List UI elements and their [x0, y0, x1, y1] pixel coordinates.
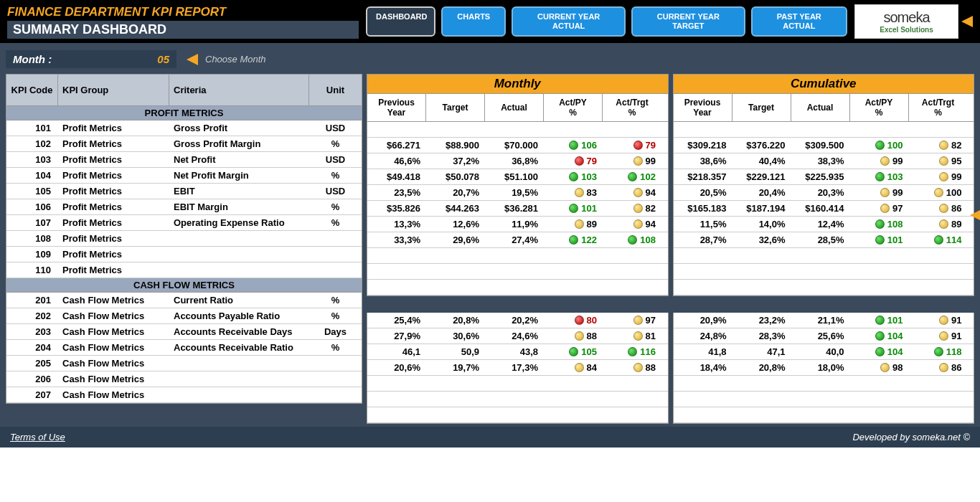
cell-atg: 89 [909, 219, 968, 229]
cell-tgt: 14,0% [732, 219, 791, 229]
kpi-row[interactable]: 207Cash Flow Metrics [6, 387, 362, 403]
cell-atg: 79 [603, 140, 661, 151]
kpi-row[interactable]: 203Cash Flow MetricsAccounts Receivable … [6, 324, 362, 340]
atg-val: 79 [646, 140, 656, 151]
apy-val: 101 [887, 235, 903, 245]
cell-unit: % [309, 294, 362, 306]
apy-val: 103 [581, 171, 597, 182]
hdr-kpi-code: KPI Code [6, 75, 58, 105]
cell-apy: 101 [850, 235, 909, 245]
kpi-row[interactable]: 103Profit MetricsNet ProfitUSD [6, 152, 362, 168]
cell-unit: USD [309, 153, 362, 166]
cell-atg: 108 [603, 235, 661, 245]
metric-row [367, 280, 668, 295]
cell-py: 27,9% [367, 331, 426, 341]
cell-py: 46,6% [367, 156, 426, 166]
cell-tgt: 12,6% [426, 219, 485, 229]
month-selector[interactable]: Month : 05 [6, 50, 176, 68]
cell-unit: % [309, 217, 362, 229]
kpi-row[interactable]: 109Profit Metrics [6, 247, 362, 262]
status-dot-icon [575, 363, 584, 372]
kpi-body: PROFIT METRICS101Profit MetricsGross Pro… [6, 106, 362, 403]
nav-cy-target[interactable]: CURRENT YEAR TARGET [631, 6, 745, 37]
kpi-row[interactable]: 105Profit MetricsEBITUSD [6, 184, 362, 199]
cell-unit: USD [309, 122, 362, 134]
cell-group: Cash Flow Metrics [58, 389, 169, 401]
developed-by: Developed by someka.net © [852, 432, 970, 442]
status-dot-icon [939, 316, 948, 325]
report-title: FINANCE DEPARTMENT KPI REPORT [7, 5, 366, 19]
nav-py-actual[interactable]: PAST YEAR ACTUAL [751, 6, 847, 37]
cell-act: 20,2% [485, 315, 544, 326]
cell-unit [309, 394, 362, 396]
cell-apy: 108 [850, 219, 909, 229]
status-dot-icon [575, 188, 584, 197]
cell-crit: Gross Profit Margin [169, 138, 309, 150]
kpi-row[interactable]: 206Cash Flow Metrics [6, 371, 362, 387]
metric-row [367, 392, 668, 407]
cell-act: 27,4% [485, 235, 544, 245]
cell-group: Profit Metrics [58, 264, 169, 276]
cell-atg: 86 [909, 362, 968, 373]
cell-apy: 103 [544, 171, 603, 182]
kpi-row[interactable]: 201Cash Flow MetricsCurrent Ratio% [6, 293, 362, 308]
apy-val: 104 [887, 346, 903, 357]
metric-hdr: Actual [791, 94, 850, 121]
kpi-row[interactable]: 106Profit MetricsEBIT Margin% [6, 199, 362, 215]
cell-apy: 101 [544, 203, 603, 214]
month-row: Month : 05 Choose Month [6, 50, 362, 68]
cell-tgt: 19,7% [426, 362, 485, 373]
kpi-row[interactable]: 104Profit MetricsNet Profit Margin% [6, 168, 362, 184]
nav-dashboard[interactable]: DASHBOARD [366, 6, 435, 37]
metrics-body: $66.271$88.900$70.0001067946,6%37,2%36,8… [367, 122, 669, 296]
kpi-row[interactable]: 101Profit MetricsGross ProfitUSD [6, 120, 362, 136]
cell-tgt: $376.220 [732, 140, 791, 151]
status-dot-icon [880, 204, 890, 213]
cell-atg: 114 [909, 235, 968, 245]
kpi-row[interactable]: 202Cash Flow MetricsAccounts Payable Rat… [6, 308, 362, 324]
metrics-body: $309.218$376.220$309.5001008238,6%40,4%3… [673, 122, 975, 296]
cell-py: 20,5% [674, 187, 732, 198]
cell-code: 106 [6, 201, 58, 213]
metric-row: $309.218$376.220$309.50010082 [674, 138, 974, 153]
hdr-unit: Unit [309, 75, 362, 105]
cell-group: Profit Metrics [58, 248, 169, 260]
metric-row: 46,150,943,8105116 [367, 344, 668, 360]
apy-val: 99 [892, 156, 903, 166]
cell-atg: 99 [603, 156, 661, 166]
atg-val: 94 [646, 219, 656, 229]
apy-val: 103 [887, 171, 903, 182]
kpi-row[interactable]: 107Profit MetricsOperating Expense Ratio… [6, 215, 362, 231]
status-dot-icon [875, 316, 885, 325]
kpi-row[interactable]: 110Profit Metrics [6, 262, 362, 278]
cell-crit [169, 238, 309, 240]
cell-atg: 95 [909, 156, 968, 166]
apy-val: 122 [581, 235, 597, 245]
nav-cy-actual[interactable]: CURRENT YEAR ACTUAL [512, 6, 626, 37]
status-dot-icon [934, 235, 943, 245]
nav-buttons: DASHBOARD CHARTS CURRENT YEAR ACTUAL CUR… [366, 6, 847, 37]
kpi-row[interactable]: 102Profit MetricsGross Profit Margin% [6, 136, 362, 152]
nav-charts[interactable]: CHARTS [441, 6, 506, 37]
atg-val: 86 [951, 203, 961, 214]
logo-subtitle: Excel Solutions [880, 26, 933, 34]
metric-row [674, 392, 974, 407]
atg-val: 91 [951, 331, 961, 341]
footer: Terms of Use Developed by someka.net © [0, 427, 980, 447]
cell-tgt: 50,9 [426, 346, 485, 357]
metric-hdr: Target [426, 94, 485, 121]
cell-py: 38,6% [674, 156, 732, 166]
atg-val: 102 [640, 171, 656, 182]
logo[interactable]: someka Excel Solutions [854, 4, 958, 39]
status-dot-icon [633, 188, 643, 197]
status-dot-icon [633, 219, 643, 229]
panel-title: Cumulative [673, 74, 975, 94]
cell-atg: 86 [909, 203, 968, 214]
terms-link[interactable]: Terms of Use [10, 432, 65, 442]
kpi-row[interactable]: 108Profit Metrics [6, 231, 362, 247]
cell-crit: Current Ratio [169, 294, 309, 306]
kpi-row[interactable]: 205Cash Flow Metrics [6, 356, 362, 371]
status-dot-icon [939, 156, 948, 166]
metric-hdr: Act/Trgt% [909, 94, 968, 121]
kpi-row[interactable]: 204Cash Flow MetricsAccounts Receivable … [6, 340, 362, 356]
